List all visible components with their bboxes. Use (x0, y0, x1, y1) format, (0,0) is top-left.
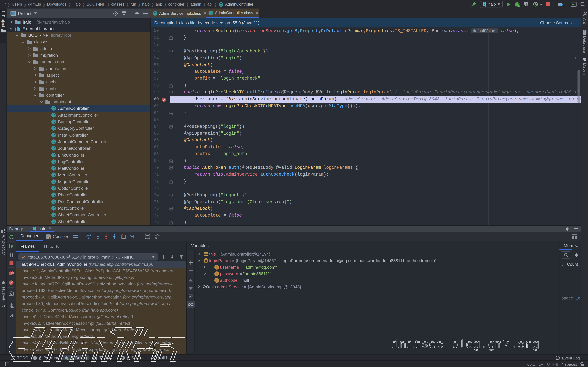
svg-text:C: C (52, 107, 55, 110)
svg-text:C: C (154, 11, 156, 15)
svg-text:f: f (216, 272, 217, 276)
svg-text:C: C (52, 146, 55, 150)
svg-text:C: C (52, 180, 55, 183)
svg-text:C: C (52, 153, 55, 157)
svg-text:f: f (216, 265, 217, 269)
svg-text:C: C (52, 120, 55, 124)
svg-text:C: C (52, 113, 55, 117)
svg-text:C: C (210, 11, 212, 15)
svg-text:C: C (220, 2, 222, 6)
svg-text:C: C (52, 206, 55, 210)
svg-text:C: C (52, 140, 55, 143)
svg-text:C: C (52, 127, 55, 130)
svg-text:C: C (52, 173, 55, 177)
svg-text:C: C (52, 160, 55, 164)
svg-text:C: C (52, 200, 55, 203)
svg-text:p: p (205, 259, 207, 263)
svg-text:C: C (52, 186, 55, 190)
svg-text:f: f (216, 278, 217, 282)
svg-text:C: C (52, 167, 55, 170)
svg-text:C: C (52, 220, 55, 223)
svg-text:C: C (52, 133, 55, 137)
svg-text:C: C (52, 213, 55, 217)
svg-text:C: C (52, 193, 55, 197)
